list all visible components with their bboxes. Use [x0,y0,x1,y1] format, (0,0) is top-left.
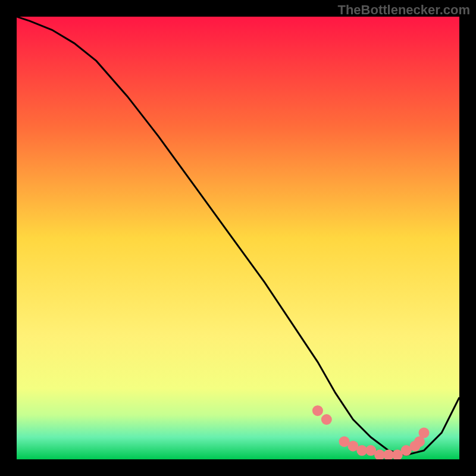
chart-svg [17,17,459,459]
watermark-label: TheBottlenecker.com [337,2,470,18]
chart-container: TheBottlenecker.com [0,0,476,476]
data-marker [419,427,430,438]
data-marker [312,405,323,416]
chart-background [17,17,459,459]
data-marker [321,414,332,425]
plot-area [17,17,459,459]
